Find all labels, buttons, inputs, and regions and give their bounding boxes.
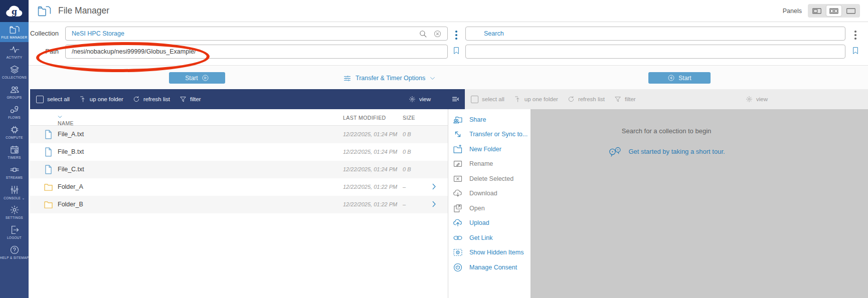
single-panel-button[interactable] [809, 6, 824, 16]
tour-link[interactable]: Get started by taking a short tour. [608, 146, 725, 157]
row-file-c-txt[interactable]: File_C.txt 12/22/2025, 01:24 PM 0 B [30, 161, 448, 178]
column-name[interactable]: NAME [58, 115, 62, 119]
sidebar-item-compute[interactable]: COMPUTE [0, 122, 29, 142]
row-folder-a[interactable]: Folder_A 12/22/2025, 01:22 PM – [30, 178, 448, 196]
sidebar-item-file-manager[interactable]: FILE MANAGER [0, 22, 29, 42]
menu-item-transfer-or-sync-to[interactable]: Transfer or Sync to... [448, 127, 531, 142]
clear-collection-icon[interactable] [433, 30, 442, 38]
refresh-icon [568, 96, 575, 103]
collection-input[interactable] [65, 27, 448, 41]
select-all-checkbox[interactable] [36, 96, 44, 103]
view-button-disabled: view [746, 96, 768, 103]
up-one-folder-button[interactable]: up one folder [79, 96, 123, 103]
bookmark-icon[interactable] [851, 45, 859, 56]
folder-icon [44, 200, 53, 209]
refresh-list-button[interactable]: refresh list [133, 96, 170, 103]
menu-item-share[interactable]: Share [448, 112, 531, 127]
select-all-button[interactable]: select all [36, 96, 70, 103]
menu-item-download[interactable]: Download [448, 186, 531, 201]
menu-item-manage-consent[interactable]: Manage Consent [448, 260, 531, 275]
sidebar-item-activity[interactable]: ACTIVITY [0, 42, 29, 62]
help-icon [10, 245, 20, 255]
timers-icon [10, 145, 20, 155]
svg-text:g: g [11, 7, 17, 17]
sidebar-item-settings[interactable]: SETTINGS [0, 202, 29, 222]
filter-icon [180, 96, 187, 103]
sidebar-item-flows[interactable]: FLOWS [0, 102, 29, 122]
globus-logo[interactable]: g [0, 0, 29, 22]
search-collection-input[interactable] [465, 27, 845, 41]
transfer-timer-options[interactable]: Transfer & Timer Options [343, 73, 435, 84]
page-title: File Manager [58, 6, 109, 16]
sidebar-item-help-sitemap[interactable]: HELP & SITEMAP [0, 242, 29, 262]
menu-item-get-link[interactable]: Get Link [448, 230, 531, 245]
column-last-modified[interactable]: LAST MODIFIED [343, 115, 386, 121]
right-collection-panel: Search for a collection to begin Get sta… [531, 109, 868, 298]
sidebar-item-streams[interactable]: STREAMS [0, 162, 29, 182]
row-file-a-txt[interactable]: File_A.txt 12/22/2025, 01:24 PM 0 B [30, 126, 448, 143]
logout-icon [10, 225, 20, 235]
compute-icon [10, 125, 20, 135]
column-size[interactable]: SIZE [403, 115, 415, 121]
collections-icon [10, 65, 20, 75]
item-name: Folder_B [58, 201, 83, 208]
start-band: Start Transfer & Timer Options Start [29, 65, 868, 90]
sidebar: g FILE MANAGER ACTIVITY COLLECTIONS GROU… [0, 0, 29, 298]
item-size: – [403, 184, 406, 190]
get-link-icon [451, 233, 464, 243]
start-transfer-right-button[interactable]: Start [648, 72, 711, 84]
content: NAME LAST MODIFIED SIZE File_A.txt 12/22… [29, 109, 868, 298]
start-transfer-left-button[interactable]: Start [169, 72, 225, 84]
collection-options-menu-button[interactable] [453, 29, 459, 42]
up-arrow-icon [514, 96, 521, 103]
search-icon[interactable] [419, 30, 427, 38]
item-size: 0 B [403, 131, 411, 137]
collapse-menu-button[interactable] [451, 96, 460, 103]
chevron-down-icon [430, 76, 435, 81]
sidebar-item-console[interactable]: CONSOLE [0, 182, 29, 202]
wide-panel-button[interactable] [843, 6, 858, 16]
folder-icon [44, 182, 53, 192]
open-folder-chevron-icon[interactable] [430, 183, 438, 190]
item-size: 0 B [403, 149, 411, 155]
bookmark-icon[interactable] [452, 45, 460, 56]
right-path-input[interactable] [465, 45, 845, 59]
streams-icon [10, 165, 20, 175]
item-last-modified: 12/22/2025, 01:24 PM [343, 166, 397, 172]
dual-panel-button[interactable] [826, 6, 841, 16]
download-icon [451, 188, 464, 198]
sidebar-item-groups[interactable]: GROUPS [0, 82, 29, 102]
menu-item-open[interactable]: Open [448, 201, 531, 216]
sidebar-item-timers[interactable]: TIMERS [0, 142, 29, 162]
menu-item-new-folder[interactable]: New Folder [448, 142, 531, 157]
header: File Manager Panels [29, 0, 868, 22]
file-icon [44, 130, 53, 139]
row-file-b-txt[interactable]: File_B.txt 12/22/2025, 01:24 PM 0 B [30, 143, 448, 161]
item-size: – [403, 201, 406, 207]
menu-item-delete-selected[interactable]: Delete Selected [448, 171, 531, 186]
menu-item-rename[interactable]: Rename [448, 157, 531, 172]
open-folder-chevron-icon[interactable] [430, 200, 438, 208]
file-manager-icon [38, 5, 51, 17]
rename-icon [451, 159, 464, 169]
sliders-icon [343, 75, 351, 82]
menu-item-upload[interactable]: Upload [448, 216, 531, 231]
path-input[interactable] [65, 45, 448, 59]
file-icon [44, 147, 53, 157]
action-menu: Share Transfer or Sync to... New Folder … [448, 109, 531, 298]
item-name: File_B.txt [58, 148, 84, 155]
toolbar-row: select all up one folder refresh list fi… [29, 89, 868, 109]
view-button[interactable]: view [409, 96, 431, 103]
sidebar-item-logout[interactable]: LOGOUT [0, 222, 29, 242]
transfer-bar: Collection Path [29, 22, 868, 65]
panels-control: Panels [783, 4, 860, 18]
sidebar-item-collections[interactable]: COLLECTIONS [0, 62, 29, 82]
panels-label: Panels [783, 8, 802, 15]
row-folder-b[interactable]: Folder_B 12/22/2025, 01:22 PM – [30, 196, 448, 213]
path-label: Path [29, 48, 59, 55]
search-options-menu-button[interactable] [852, 29, 858, 42]
item-last-modified: 12/22/2025, 01:24 PM [343, 131, 397, 137]
gear-icon [409, 96, 416, 103]
menu-item-show-hidden-items[interactable]: Show Hidden Items [448, 245, 531, 260]
filter-button[interactable]: filter [180, 96, 201, 103]
